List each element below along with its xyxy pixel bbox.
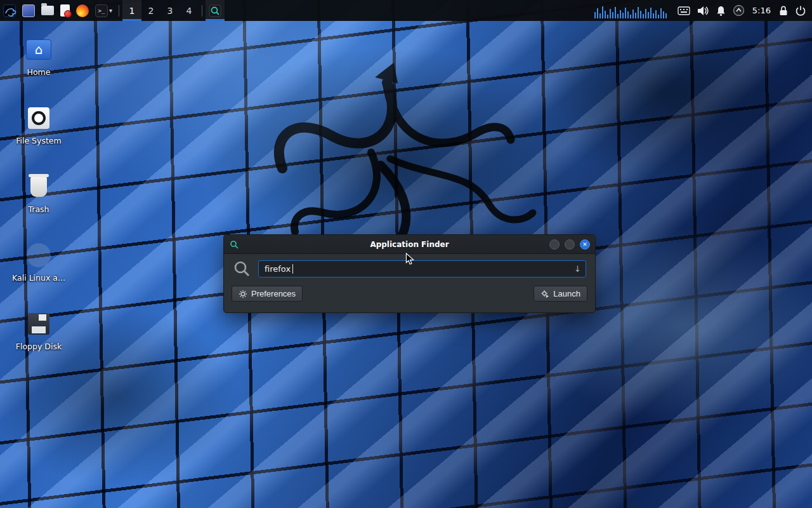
desktop-icon-label: Floppy Disk [16, 342, 62, 351]
workspace-1[interactable]: 1 [122, 0, 141, 21]
kali-docs-icon [27, 243, 51, 267]
workspace-2[interactable]: 2 [141, 0, 160, 21]
file-manager-launcher[interactable] [38, 0, 57, 21]
desktop-icon-kali-docs[interactable]: Kali Linux a... [3, 241, 74, 283]
power-icon [795, 5, 806, 17]
terminal-dropdown-icon[interactable]: ▾ [109, 7, 112, 14]
status-tray-orb[interactable] [730, 0, 748, 21]
preferences-button[interactable]: Preferences [232, 286, 303, 302]
text-editor-launcher[interactable] [57, 0, 73, 21]
speaker-icon [697, 5, 709, 17]
lock-icon [778, 5, 789, 17]
show-desktop-launcher[interactable] [19, 0, 38, 21]
file-manager-icon [41, 6, 54, 15]
search-icon [233, 260, 251, 277]
preferences-button-label: Preferences [251, 289, 296, 298]
launch-button[interactable]: Launch [534, 286, 587, 302]
drive-icon [28, 107, 49, 129]
firefox-icon [76, 4, 89, 17]
text-editor-icon [60, 4, 70, 17]
desktop-icon-home[interactable]: ⌂ Home [3, 36, 74, 77]
terminal-launcher[interactable]: >_ ▾ [92, 0, 115, 21]
desktop-icon-trash[interactable]: Trash [3, 173, 74, 214]
desktop-icon-label: Home [27, 67, 51, 77]
window-titlebar[interactable]: Application Finder ✕ [224, 235, 595, 254]
bell-icon [716, 5, 726, 17]
kali-logo-icon [3, 4, 16, 17]
desktop-icon-label: File System [16, 136, 62, 145]
launch-button-label: Launch [553, 289, 580, 298]
panel-separator [202, 5, 202, 17]
search-input-value: firefox [265, 264, 291, 274]
desktop-icon-file-system[interactable]: File System [3, 104, 74, 145]
app-finder-icon [209, 4, 221, 17]
keyboard-layout-indicator[interactable] [674, 0, 693, 21]
window-title: Application Finder [224, 240, 595, 249]
search-input[interactable]: firefox ↓ [258, 260, 586, 277]
desktop-icon-label: Trash [28, 204, 49, 214]
desktop-screen: >_ ▾ 1 2 3 4 [0, 0, 812, 508]
minimize-button[interactable] [549, 239, 560, 250]
desktop-icon-floppy[interactable]: Floppy Disk [3, 310, 74, 351]
text-caret [292, 264, 293, 274]
firefox-launcher[interactable] [73, 0, 92, 21]
gear-icon [239, 290, 247, 298]
entry-dropdown-icon[interactable]: ↓ [574, 264, 581, 274]
workspace-3[interactable]: 3 [160, 0, 180, 21]
launch-icon [540, 290, 549, 298]
trash-icon [30, 177, 47, 197]
panel-separator [119, 5, 119, 17]
top-panel: >_ ▾ 1 2 3 4 [0, 0, 812, 21]
terminal-icon: >_ [95, 4, 108, 17]
panel-clock[interactable]: 5:16 [748, 6, 775, 15]
maximize-button[interactable] [565, 239, 575, 250]
floppy-disk-icon [28, 313, 49, 335]
volume-control[interactable] [693, 0, 712, 21]
system-monitor-graph[interactable] [593, 3, 669, 18]
desktop-icon-label: Kali Linux a... [12, 273, 65, 283]
desktop-icon-column: ⌂ Home File System Trash Kali Linux a...… [3, 36, 74, 378]
whisker-menu-button[interactable] [0, 0, 19, 21]
close-button[interactable]: ✕ [580, 239, 590, 250]
application-finder-window: Application Finder ✕ firefox ↓ [223, 234, 596, 313]
workspace-4[interactable]: 4 [180, 0, 199, 21]
mouse-cursor [404, 253, 416, 265]
logout-button[interactable] [792, 0, 812, 21]
keyboard-icon [678, 6, 690, 15]
home-folder-icon: ⌂ [26, 39, 51, 60]
screen-lock-button[interactable] [775, 0, 792, 21]
orb-icon [733, 4, 745, 17]
app-finder-taskbar-button[interactable] [206, 0, 225, 21]
notifications-indicator[interactable] [712, 0, 730, 21]
window-app-icon [229, 239, 239, 250]
desktop-window-icon [22, 4, 35, 17]
